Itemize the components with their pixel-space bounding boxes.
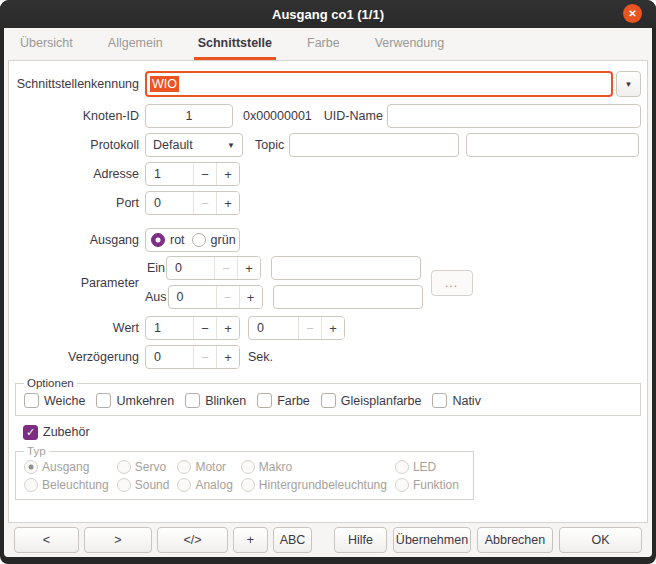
interface-id-dropdown-button[interactable]: ▼ — [616, 71, 641, 97]
titlebar[interactable]: Ausgang co1 (1/1) ✕ — [0, 0, 656, 28]
nativ-checkbox[interactable] — [432, 393, 447, 408]
plus-icon: + — [224, 321, 232, 336]
value-1-decrement-button[interactable]: − — [193, 317, 216, 339]
weiche-checkbox[interactable] — [24, 393, 39, 408]
address-decrement-button[interactable]: − — [193, 163, 216, 185]
plus-icon: + — [247, 290, 255, 305]
value-spinner-1[interactable]: 1 − + — [145, 316, 240, 340]
typ-beleuchtung-label: Beleuchtung — [42, 478, 109, 492]
address-label: Adresse — [15, 167, 139, 181]
prev-button[interactable]: < — [14, 527, 79, 553]
minus-icon: − — [222, 261, 230, 276]
gleisplanfarbe-checkbox[interactable] — [321, 393, 336, 408]
interface-id-row: Schnittstellenkennung WIO ▼ — [15, 71, 641, 97]
parameter-on-text-input[interactable] — [271, 256, 421, 280]
gleisplanfarbe-label: Gleisplanfarbe — [341, 394, 422, 408]
parameter-on-decrement-button: − — [214, 257, 237, 279]
next-button[interactable]: > — [84, 527, 152, 553]
port-value: 0 — [146, 192, 193, 214]
add-button[interactable]: + — [233, 527, 268, 553]
typ-servo-radio — [117, 460, 131, 474]
cancel-button[interactable]: Abbrechen — [477, 527, 553, 553]
parameter-on-spinner[interactable]: 0 − + — [166, 256, 261, 280]
close-button[interactable]: ✕ — [623, 4, 642, 23]
help-button[interactable]: Hilfe — [334, 527, 387, 553]
typ-led-label: LED — [413, 460, 436, 474]
tab-allgemein[interactable]: Allgemein — [104, 28, 167, 60]
dialog-window: Ausgang co1 (1/1) ✕ Übersicht Allgemein … — [0, 0, 656, 564]
delay-unit: Sek. — [248, 350, 273, 364]
parameter-more-button[interactable]: ... — [431, 270, 473, 296]
action-button-group: Hilfe Übernehmen Abbrechen OK — [334, 527, 642, 553]
output-radio-group: rot grün — [145, 228, 240, 252]
tab-farbe[interactable]: Farbe — [303, 28, 344, 60]
uid-name-input[interactable] — [387, 104, 641, 128]
blinken-checkbox[interactable] — [185, 393, 200, 408]
port-spinner[interactable]: 0 − + — [145, 191, 240, 215]
chevron-down-icon: ▼ — [227, 141, 235, 150]
node-id-input[interactable]: 1 — [145, 104, 233, 128]
options-checkboxes: Weiche Umkehren Blinken Farbe Gleisplanf… — [24, 393, 632, 408]
parameter-off-spinner[interactable]: 0 − + — [168, 285, 263, 309]
parameter-on-row: Ein 0 − + — [145, 256, 423, 280]
radio-gruen[interactable] — [192, 233, 206, 247]
topic-label: Topic — [255, 138, 284, 152]
apply-button[interactable]: Übernehmen — [393, 527, 471, 553]
farbe-checkbox[interactable] — [257, 393, 272, 408]
delay-spinner[interactable]: 0 − + — [145, 345, 240, 369]
minus-icon: − — [201, 350, 209, 365]
topic-input-1[interactable] — [289, 133, 459, 157]
topic-input-2[interactable] — [466, 133, 639, 157]
value-2-decrement-button: − — [298, 317, 321, 339]
address-spinner[interactable]: 1 − + — [145, 162, 240, 186]
tab-schnittstelle[interactable]: Schnittstelle — [194, 28, 276, 60]
radio-rot[interactable] — [151, 233, 165, 247]
typ-hintergrundbeleuchtung-radio — [241, 478, 255, 492]
parameter-off-text-input[interactable] — [273, 285, 423, 309]
ok-button[interactable]: OK — [559, 527, 642, 553]
abc-button[interactable]: ABC — [273, 527, 312, 553]
address-increment-button[interactable]: + — [216, 163, 239, 185]
minus-icon: − — [224, 290, 232, 305]
value-2-increment-button[interactable]: + — [321, 317, 344, 339]
tab-uebersicht[interactable]: Übersicht — [16, 28, 77, 60]
type-radio-grid: Ausgang Servo Motor Makro LED Beleuchtun… — [24, 460, 459, 492]
nav-button-group: < > </> + ABC — [14, 527, 312, 553]
minus-icon: − — [201, 321, 209, 336]
value-1-increment-button[interactable]: + — [216, 317, 239, 339]
type-legend: Typ — [24, 445, 49, 457]
output-label: Ausgang — [15, 233, 139, 247]
interface-id-selected-text: WIO — [150, 76, 179, 92]
accessory-row: ✓ Zubehör — [23, 423, 641, 441]
port-decrement-button: − — [193, 192, 216, 214]
zubehoer-label: Zubehör — [43, 425, 90, 439]
parameter-on-increment-button[interactable]: + — [237, 257, 260, 279]
typ-analog-radio — [177, 478, 191, 492]
typ-makro-label: Makro — [259, 460, 292, 474]
protocol-select[interactable]: Default ▼ — [145, 133, 243, 157]
port-increment-button[interactable]: + — [216, 192, 239, 214]
interface-id-label: Schnittstellenkennung — [15, 77, 139, 91]
node-id-row: Knoten-ID 1 0x00000001 UID-Name — [15, 104, 641, 128]
plus-icon: + — [329, 321, 337, 336]
zubehoer-checkbox[interactable]: ✓ — [23, 425, 38, 440]
parameter-on-label: Ein — [145, 261, 165, 275]
code-button[interactable]: </> — [157, 527, 228, 553]
umkehren-checkbox[interactable] — [96, 393, 111, 408]
tab-verwendung[interactable]: Verwendung — [371, 28, 449, 60]
parameter-off-increment-button[interactable]: + — [239, 286, 262, 308]
farbe-label: Farbe — [277, 394, 310, 408]
parameter-label: Parameter — [15, 276, 139, 290]
delay-row: Verzögerung 0 − + Sek. — [15, 345, 641, 369]
check-icon: ✓ — [26, 426, 35, 439]
address-value: 1 — [146, 163, 193, 185]
delay-increment-button[interactable]: + — [216, 346, 239, 368]
minus-icon: − — [306, 321, 314, 336]
typ-servo-label: Servo — [135, 460, 166, 474]
uid-name-label: UID-Name — [324, 109, 383, 123]
value-spinner-2[interactable]: 0 − + — [248, 316, 345, 340]
typ-ausgang-label: Ausgang — [42, 460, 89, 474]
typ-ausgang-radio — [24, 460, 38, 474]
interface-id-input[interactable]: WIO — [145, 71, 613, 97]
parameter-block: Parameter Ein 0 − + Aus 0 — [15, 256, 641, 309]
